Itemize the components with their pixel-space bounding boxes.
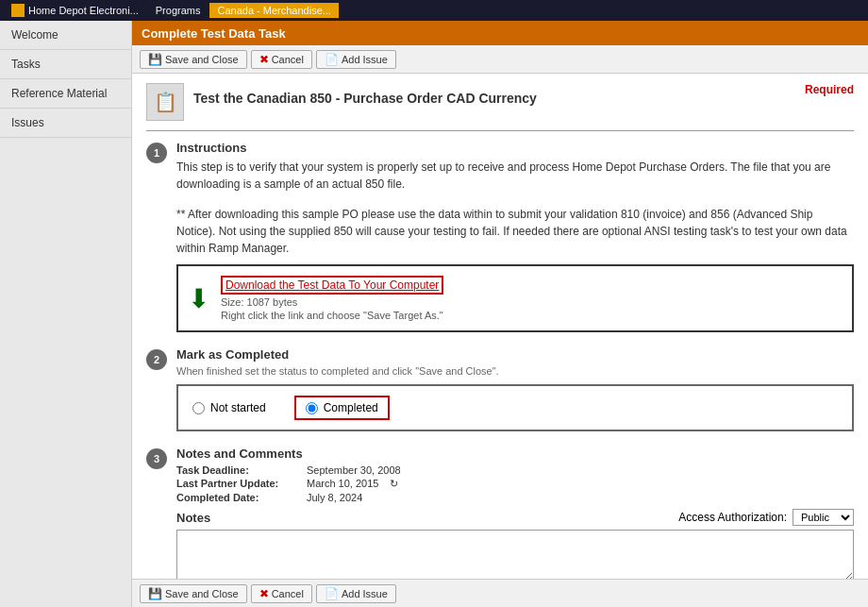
home-icon (11, 4, 25, 17)
completed-radio[interactable] (306, 402, 318, 414)
task-icon-image: 📋 (154, 91, 177, 113)
notes-header: Notes Access Authorization: Public Priva… (176, 509, 854, 526)
bottom-add-issue-label: Add Issue (342, 588, 388, 599)
access-auth-area: Access Authorization: Public Private (678, 509, 854, 526)
download-arrow-icon: ⬇ (188, 283, 209, 314)
status-box: Not started Completed (176, 384, 854, 431)
task-title: Test the Canadian 850 - Purchase Order C… (193, 83, 537, 106)
completed-label: Completed (324, 401, 378, 414)
step-3-title: Notes and Comments (176, 447, 854, 461)
step-2-title: Mark as Completed (176, 347, 854, 362)
completed-date-row: Completed Date: July 8, 2024 (176, 492, 854, 503)
bottom-toolbar: 💾 Save and Close ✖ Cancel 📄 Add Issue (132, 579, 868, 607)
top-toolbar: 💾 Save and Close ✖ Cancel 📄 Add Issue (132, 45, 868, 74)
canada-tab[interactable]: Canada - Merchandise... (209, 3, 338, 18)
not-started-radio-group: Not started (192, 401, 266, 414)
sidebar-item-tasks[interactable]: Tasks (0, 50, 131, 79)
task-deadline-row: Task Deadline: September 30, 2008 (176, 464, 854, 476)
completed-date-value: July 8, 2024 (307, 492, 362, 503)
bottom-cancel-label: Cancel (272, 588, 304, 599)
bottom-add-issue-button[interactable]: 📄 Add Issue (316, 584, 396, 603)
step-2-subtitle: When finished set the status to complete… (176, 365, 854, 377)
sidebar-item-welcome[interactable]: Welcome (0, 21, 131, 50)
task-deadline-value: September 30, 2008 (307, 464, 401, 476)
step-3: 3 Notes and Comments Task Deadline: Sept… (146, 447, 854, 579)
title-divider (146, 130, 854, 131)
content-area: Complete Test Data Task 💾 Save and Close… (132, 21, 868, 607)
save-icon: 💾 (148, 53, 162, 66)
not-started-label: Not started (210, 401, 266, 414)
step-1-body1: This step is to verify that your system … (176, 159, 854, 193)
download-size: Size: 1087 bytes (221, 296, 443, 308)
step-2-number: 2 (146, 349, 167, 370)
step-1-title: Instructions (176, 141, 854, 155)
task-icon: 📋 (146, 83, 184, 121)
sidebar: Welcome Tasks Reference Material Issues (0, 21, 132, 607)
page-header: Complete Test Data Task (132, 21, 868, 45)
programs-tab[interactable]: Programs (148, 3, 209, 18)
title-bar: Home Depot Electroni... Programs Canada … (0, 0, 868, 21)
step-3-number: 3 (146, 448, 167, 469)
step-1: 1 Instructions This step is to verify th… (146, 141, 854, 332)
top-cancel-label: Cancel (272, 54, 304, 65)
notes-textarea[interactable] (176, 530, 854, 579)
top-add-issue-label: Add Issue (342, 54, 388, 65)
task-title-area: 📋 Test the Canadian 850 - Purchase Order… (146, 83, 537, 121)
step-2-content: Mark as Completed When finished set the … (176, 347, 854, 431)
bottom-cancel-button[interactable]: ✖ Cancel (251, 584, 312, 603)
step-2: 2 Mark as Completed When finished set th… (146, 347, 854, 431)
download-info-area: Download the Test Data To Your Computer … (221, 276, 443, 321)
notes-label: Notes (176, 511, 210, 525)
main-layout: Welcome Tasks Reference Material Issues … (0, 21, 868, 607)
step-1-number: 1 (146, 143, 167, 163)
step-1-content: Instructions This step is to verify that… (176, 141, 854, 332)
bottom-cancel-icon: ✖ (259, 587, 269, 600)
step-3-content: Notes and Comments Task Deadline: Septem… (176, 447, 854, 579)
sidebar-item-issues[interactable]: Issues (0, 109, 131, 138)
access-auth-label: Access Authorization: (678, 511, 787, 524)
top-add-issue-button[interactable]: 📄 Add Issue (316, 50, 396, 69)
cancel-icon: ✖ (259, 53, 269, 66)
download-hint: Right click the link and choose "Save Ta… (221, 310, 443, 321)
home-label: Home Depot Electroni... (28, 5, 139, 16)
add-icon: 📄 (325, 53, 339, 66)
top-save-close-button[interactable]: 💾 Save and Close (140, 50, 247, 69)
completed-radio-box: Completed (294, 396, 390, 420)
bottom-save-icon: 💾 (148, 587, 162, 600)
bottom-save-close-button[interactable]: 💾 Save and Close (140, 584, 247, 603)
top-save-close-label: Save and Close (165, 54, 239, 65)
bottom-add-icon: 📄 (325, 587, 339, 600)
refresh-icon[interactable]: ↻ (390, 478, 398, 490)
download-link[interactable]: Download the Test Data To Your Computer (221, 276, 443, 295)
completed-date-label: Completed Date: (176, 492, 299, 503)
notes-dates: Task Deadline: September 30, 2008 Last P… (176, 464, 854, 503)
last-partner-row: Last Partner Update: March 10, 2015 ↻ (176, 478, 854, 490)
home-tab[interactable]: Home Depot Electroni... (4, 2, 146, 19)
sidebar-item-reference[interactable]: Reference Material (0, 79, 131, 109)
scroll-content: 📋 Test the Canadian 850 - Purchase Order… (132, 74, 868, 579)
access-auth-select[interactable]: Public Private (793, 509, 854, 526)
step-1-body2: ** After downloading this sample PO plea… (176, 206, 854, 257)
page-title: Complete Test Data Task (142, 26, 286, 41)
required-label: Required (805, 83, 854, 96)
download-box: ⬇ Download the Test Data To Your Compute… (176, 264, 854, 332)
bottom-save-close-label: Save and Close (165, 588, 239, 599)
task-header: 📋 Test the Canadian 850 - Purchase Order… (146, 83, 854, 121)
not-started-radio[interactable] (192, 402, 205, 414)
task-deadline-label: Task Deadline: (176, 464, 299, 476)
last-partner-value: March 10, 2015 (307, 478, 378, 490)
last-partner-label: Last Partner Update: (176, 478, 299, 490)
top-cancel-button[interactable]: ✖ Cancel (251, 50, 312, 69)
